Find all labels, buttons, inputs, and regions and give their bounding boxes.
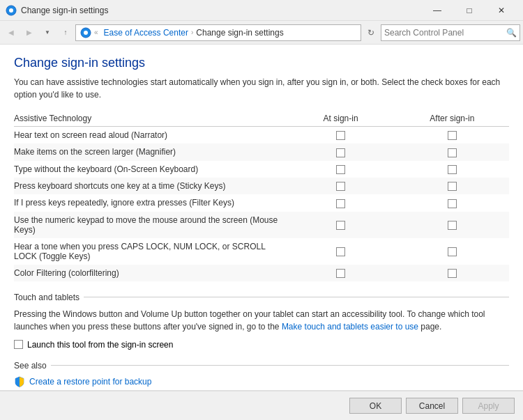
at-signin-cell (287, 194, 395, 211)
at-signin-checkbox[interactable] (336, 131, 345, 140)
search-icon[interactable]: 🔍 (506, 28, 517, 38)
see-also-link-text[interactable]: Create a restore point for backup (29, 377, 151, 387)
touch-desc-link[interactable]: Make touch and tablets easier to use (282, 322, 418, 332)
search-box: 🔍 (381, 24, 520, 41)
forward-button[interactable]: ▶ (21, 24, 38, 41)
page-description: You can have assistive technologies star… (14, 76, 509, 101)
after-signin-checkbox[interactable] (448, 199, 457, 208)
table-row: Use the numeric keypad to move the mouse… (14, 212, 509, 238)
app-icon (6, 5, 17, 16)
title-bar: Change sign-in settings — □ ✕ (0, 0, 523, 21)
table-row: Type without the keyboard (On-Screen Key… (14, 161, 509, 178)
cancel-button[interactable]: Cancel (406, 398, 458, 414)
see-also-link[interactable]: Create a restore point for backup (14, 376, 509, 387)
at-signin-checkbox[interactable] (336, 165, 345, 174)
window-controls: — □ ✕ (421, 0, 517, 21)
after-signin-cell (395, 143, 509, 160)
after-signin-cell (395, 265, 509, 281)
row-label: Use the numeric keypad to move the mouse… (14, 212, 287, 238)
recent-pages-button[interactable]: ▼ (39, 24, 56, 41)
table-row: Hear text on screen read aloud (Narrator… (14, 127, 509, 144)
window-title: Change sign-in settings (21, 6, 421, 15)
breadcrumb-separator-left: « (94, 29, 98, 36)
see-also-header: See also (14, 361, 509, 371)
row-label: Type without the keyboard (On-Screen Key… (14, 161, 287, 178)
button-bar: OK Cancel Apply (0, 391, 523, 420)
table-row: If I press keys repeatedly, ignore extra… (14, 194, 509, 211)
maximize-button[interactable]: □ (453, 0, 485, 21)
breadcrumb-current: Change sign-in settings (196, 28, 283, 38)
touch-section-header: Touch and tablets (14, 293, 509, 302)
at-signin-cell (287, 143, 395, 160)
at-signin-checkbox[interactable] (336, 269, 345, 278)
row-label: Hear text on screen read aloud (Narrator… (14, 127, 287, 144)
at-signin-checkbox[interactable] (336, 221, 345, 230)
breadcrumb-arrow: › (191, 29, 193, 36)
table-row: Color Filtering (colorfiltering) (14, 265, 509, 281)
at-signin-checkbox[interactable] (336, 199, 345, 208)
at-signin-checkbox[interactable] (336, 182, 345, 191)
after-signin-cell (395, 194, 509, 211)
breadcrumb-ease-access[interactable]: Ease of Access Center (104, 28, 188, 38)
after-signin-checkbox[interactable] (448, 221, 457, 230)
after-signin-cell (395, 238, 509, 265)
touch-section-desc: Pressing the Windows button and Volume U… (14, 308, 509, 333)
up-button[interactable]: ↑ (57, 24, 74, 41)
table-row: Hear a tone when you press CAPS LOCK, NU… (14, 238, 509, 265)
row-label: Make items on the screen larger (Magnifi… (14, 143, 287, 160)
apply-button[interactable]: Apply (462, 398, 515, 414)
touch-desc-part2: page. (418, 322, 441, 332)
table-row: Make items on the screen larger (Magnifi… (14, 143, 509, 160)
at-signin-cell (287, 178, 395, 194)
at-signin-cell (287, 161, 395, 178)
breadcrumb: « Assistive Technology Ease of Access Ce… (75, 24, 361, 41)
at-signin-cell (287, 127, 395, 144)
row-label: Hear a tone when you press CAPS LOCK, NU… (14, 238, 287, 265)
row-label: Press keyboard shortcuts one key at a ti… (14, 178, 287, 194)
at-signin-checkbox[interactable] (336, 247, 345, 256)
launch-tool-checkbox[interactable] (14, 340, 23, 349)
launch-tool-row: Launch this tool from the sign-in screen (14, 340, 509, 350)
row-label: If I press keys repeatedly, ignore extra… (14, 194, 287, 211)
settings-table: Assistive Technology At sign-in After si… (14, 111, 509, 281)
back-button[interactable]: ◀ (3, 24, 20, 41)
after-signin-cell (395, 178, 509, 194)
page-title: Change sign-in settings (14, 56, 509, 70)
after-signin-checkbox[interactable] (448, 165, 457, 174)
col-header-signin: At sign-in (287, 111, 395, 127)
see-also-label: See also (14, 361, 47, 371)
after-signin-cell (395, 127, 509, 144)
ok-button[interactable]: OK (349, 398, 402, 414)
launch-tool-label: Launch this tool from the sign-in screen (27, 340, 173, 350)
after-signin-cell (395, 212, 509, 238)
at-signin-cell (287, 212, 395, 238)
address-bar: ◀ ▶ ▼ ↑ « Assistive Technology Ease of A… (0, 21, 523, 45)
after-signin-checkbox[interactable] (448, 269, 457, 278)
after-signin-checkbox[interactable] (448, 131, 457, 140)
at-signin-checkbox[interactable] (336, 148, 345, 157)
table-row: Press keyboard shortcuts one key at a ti… (14, 178, 509, 194)
touch-section-label: Touch and tablets (14, 293, 79, 302)
after-signin-checkbox[interactable] (448, 247, 457, 256)
refresh-button[interactable]: ↻ (363, 24, 379, 41)
minimize-button[interactable]: — (421, 0, 453, 21)
after-signin-checkbox[interactable] (448, 148, 457, 157)
at-signin-cell (287, 265, 395, 281)
shield-icon (14, 376, 25, 387)
col-header-aftersignin: After sign-in (395, 111, 509, 127)
svg-point-1 (9, 8, 13, 13)
close-button[interactable]: ✕ (485, 0, 517, 21)
breadcrumb-icon (80, 27, 91, 38)
svg-point-3 (84, 31, 88, 35)
row-label: Color Filtering (colorfiltering) (14, 265, 287, 281)
col-header-tech: Assistive Technology (14, 111, 287, 127)
after-signin-cell (395, 161, 509, 178)
at-signin-cell (287, 238, 395, 265)
after-signin-checkbox[interactable] (448, 182, 457, 191)
search-input[interactable] (384, 28, 506, 38)
main-content: Change sign-in settings You can have ass… (0, 45, 523, 391)
